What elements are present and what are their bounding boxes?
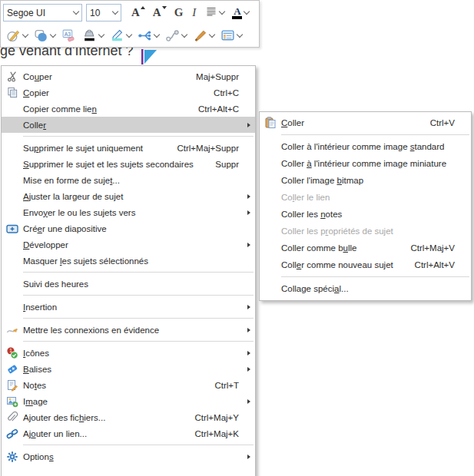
menu-item-paste-notes[interactable]: Coller les notes: [260, 206, 471, 223]
chevron-down-icon: [112, 8, 118, 15]
chevron-down-icon: [181, 31, 187, 37]
menu-item-highlight-connections[interactable]: Mettre les connexions en évidence: [2, 322, 255, 338]
menu-item-label: Coller l'image bitmap: [281, 176, 363, 185]
font-color-button[interactable]: A: [229, 5, 252, 20]
menu-item-label: Supprimer le sujet et les sujets seconda…: [23, 160, 194, 169]
menu-item-copy-as-link[interactable]: Copier comme lienCtrl+Alt+C: [2, 101, 255, 117]
menu-item-icons[interactable]: 1Icônes: [2, 345, 255, 361]
chevron-down-icon: [50, 31, 56, 37]
menu-separator: [281, 276, 469, 277]
shrink-font-button[interactable]: A: [150, 6, 170, 19]
menu-item-copy[interactable]: CopierCtrl+C: [2, 84, 255, 101]
menu-item-paste-as-callout[interactable]: Coller comme bulleCtrl+Maj+V: [260, 240, 471, 256]
menu-item-paste-special[interactable]: Collage spécial...: [260, 280, 471, 297]
menu-item-paste[interactable]: CollerCtrl+V: [260, 114, 471, 131]
paste-submenu: CollerCtrl+VColler à l'intérieur comme i…: [259, 111, 472, 301]
menu-item-send-topics-to[interactable]: Envoyer le ou les sujets vers: [2, 204, 255, 220]
caret-down-icon: [162, 6, 167, 9]
menu-item-expand[interactable]: Développer: [2, 236, 255, 253]
menu-item-label: Insertion: [23, 302, 57, 312]
floating-format-toolbar: Segoe UI 10 A A G I: [0, 0, 260, 48]
menu-item-label: Coller à l'intérieur comme image standar…: [281, 142, 445, 151]
chevron-down-icon: [22, 31, 28, 37]
bold-button[interactable]: G: [171, 6, 187, 19]
menu-item-paste-topic-properties: Coller les propriétés de sujet: [260, 223, 471, 240]
italic-label: I: [191, 7, 197, 18]
submenu-arrow-icon: [239, 194, 255, 199]
menu-item-insert[interactable]: Insertion: [2, 299, 255, 315]
toolbar-button-format-painter[interactable]: [191, 27, 217, 45]
menu-item-paste-bitmap-image[interactable]: Coller l'image bitmap: [260, 172, 471, 189]
menu-item-attach-files[interactable]: Ajouter des fichiers...Ctrl+Maj+Y: [2, 409, 255, 425]
menu-item-shortcut: Ctrl+Maj+K: [184, 429, 239, 438]
menu-item-delete-topic-only[interactable]: Supprimer le sujet uniquementCtrl+Maj+Su…: [2, 140, 255, 156]
scissors-icon: [2, 71, 23, 82]
toolbar-button-connection-style[interactable]: [163, 27, 189, 45]
menu-item-shortcut: Ctrl+Alt+V: [404, 260, 455, 269]
menu-item-format-topic[interactable]: Mise en forme de sujet...: [2, 172, 255, 188]
svg-text:A3: A3: [65, 31, 71, 36]
connection-style-icon: [165, 28, 180, 43]
submenu-arrow-icon: [239, 399, 255, 404]
menu-item-hide-selected-topics[interactable]: Masquer les sujets sélectionnés: [2, 253, 255, 269]
submenu-arrow-icon: [239, 455, 255, 459]
menu-item-adjust-topic-width[interactable]: Ajuster la largeur de sujet: [2, 188, 255, 204]
highlight-connections-icon: [2, 324, 23, 336]
menu-item-label: Ajouter des fichiers...: [23, 413, 105, 422]
menu-item-label: Icônes: [23, 349, 49, 358]
menu-item-label: Notes: [23, 381, 46, 390]
menu-item-label: Options: [23, 452, 54, 461]
menu-item-label: Ajouter un lien...: [23, 429, 87, 438]
menu-item-paste-link: Coller le lien: [260, 189, 471, 206]
chevron-down-icon: [98, 31, 104, 37]
font-family-value: Segoe UI: [7, 8, 71, 18]
menu-item-time-tracking[interactable]: Suivi des heures: [2, 276, 255, 292]
menu-item-shortcut: Suppr: [204, 160, 239, 169]
insert-position-flag-icon: [141, 48, 159, 66]
menu-item-shortcut: Maj+Suppr: [185, 72, 239, 81]
slide-plus-icon: [2, 223, 23, 235]
menu-item-paste-inside-thumbnail-image[interactable]: Coller à l'intérieur comme image miniatu…: [260, 155, 471, 172]
menu-item-paste-as-new-topic[interactable]: Coller comme nouveau sujetCtrl+Alt+V: [260, 256, 471, 273]
menu-item-options[interactable]: Options: [2, 448, 255, 464]
copy-icon: [2, 87, 23, 98]
menu-item-label: Mise en forme de sujet...: [23, 176, 120, 185]
toolbar-button-highlighter[interactable]: [108, 27, 134, 45]
shape-fill-icon: [34, 28, 48, 43]
menu-item-notes[interactable]: NotesCtrl+T: [2, 377, 255, 393]
menu-item-create-slide[interactable]: Créer une diapositive: [2, 220, 255, 236]
toolbar-button-branch-connections[interactable]: [135, 27, 161, 45]
toolbar-row-styles: A3: [1, 25, 259, 46]
paragraph-lines-icon: [205, 5, 217, 20]
toolbar-button-topic-layout[interactable]: [218, 27, 244, 45]
menu-item-shortcut: Ctrl+V: [419, 118, 455, 127]
highlighter-icon: [110, 28, 124, 43]
menu-item-add-link[interactable]: Ajouter un lien...Ctrl+Maj+K: [2, 425, 255, 441]
toolbar-button-clear-format[interactable]: A3: [59, 27, 78, 45]
font-size-select[interactable]: 10: [86, 4, 121, 21]
toolbar-button-shape-pen[interactable]: [4, 27, 30, 45]
menu-item-image[interactable]: Image: [2, 393, 255, 409]
italic-button[interactable]: I: [187, 6, 201, 19]
toolbar-button-fill-color[interactable]: [80, 27, 106, 45]
chevron-down-icon: [126, 31, 132, 37]
menu-item-cut[interactable]: CouperMaj+Suppr: [2, 68, 255, 84]
submenu-arrow-icon: [239, 367, 255, 372]
font-size-value: 10: [90, 8, 111, 18]
menu-item-tags[interactable]: Balises: [2, 361, 255, 377]
font-family-select[interactable]: Segoe UI: [3, 4, 82, 21]
menu-item-delete-topic-and-subtopics[interactable]: Supprimer le sujet et les sujets seconda…: [2, 156, 255, 172]
submenu-arrow-icon: [239, 210, 255, 215]
menu-item-paste-inside-standard-image[interactable]: Coller à l'intérieur comme image standar…: [260, 138, 471, 155]
image-icon: [2, 395, 23, 408]
grow-font-button[interactable]: A: [128, 6, 148, 19]
menu-item-paste[interactable]: Coller: [2, 117, 255, 133]
toolbar-row-font: Segoe UI 10 A A G I: [1, 1, 259, 25]
menu-item-shortcut: Ctrl+T: [204, 381, 239, 390]
clear-format-icon: A3: [61, 28, 76, 43]
paragraph-format-button[interactable]: [202, 5, 227, 21]
caret-up-icon: [141, 6, 145, 9]
chevron-down-icon: [244, 8, 250, 15]
toolbar-button-shape-fill[interactable]: [31, 27, 58, 45]
shrink-font-label: A: [153, 7, 161, 18]
